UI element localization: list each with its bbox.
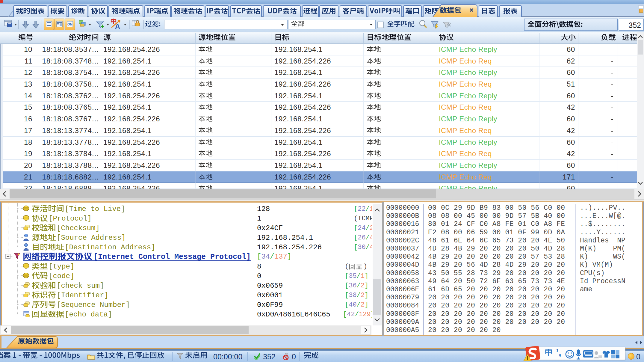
svg-text:ON: ON <box>67 22 72 26</box>
